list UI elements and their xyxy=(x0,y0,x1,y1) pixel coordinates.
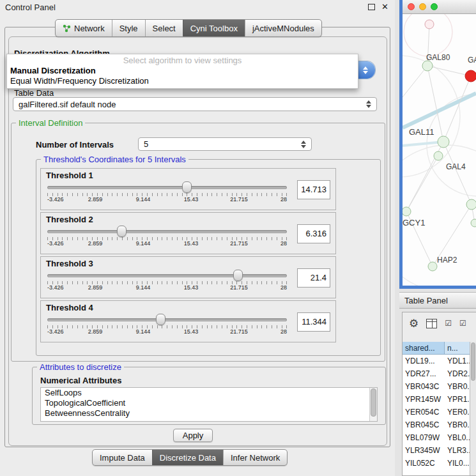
table-row[interactable]: YER054C YER0... xyxy=(403,406,471,418)
table-row[interactable]: YPR145W YPR1... xyxy=(403,393,471,406)
slider-track[interactable] xyxy=(47,230,287,233)
table-row[interactable]: YBR045C YBR0... xyxy=(403,418,471,431)
table-cell[interactable]: YDR2... xyxy=(445,367,471,380)
tab-select[interactable]: Select xyxy=(145,20,183,36)
table-row[interactable]: YIL052C YIL0... xyxy=(403,457,471,470)
table-cell[interactable]: YLR3... xyxy=(445,444,471,457)
threshold-3-slider[interactable] xyxy=(46,269,288,280)
network-edge[interactable] xyxy=(443,142,472,204)
table-cell[interactable]: YER054C xyxy=(403,406,445,418)
scrollbar-thumb[interactable] xyxy=(371,388,376,417)
network-node[interactable] xyxy=(434,151,443,160)
number-of-intervals-value: 5 xyxy=(144,139,148,149)
table-cell[interactable]: YPR145W xyxy=(403,393,445,406)
popup-option-manual-discretization[interactable]: Manual Discretization xyxy=(7,66,358,76)
network-node[interactable] xyxy=(471,219,476,227)
table-cell[interactable]: YBR0... xyxy=(445,418,471,431)
scrollbar-thumb[interactable] xyxy=(471,342,475,381)
network-edge[interactable] xyxy=(427,66,471,76)
mac-zoom-button[interactable] xyxy=(431,3,438,10)
table-cell[interactable]: YDL1... xyxy=(445,355,471,367)
list-scrollbar[interactable] xyxy=(369,388,377,421)
combobox-arrows-button[interactable] xyxy=(356,61,375,79)
threshold-2-value-field[interactable]: 6.316 xyxy=(297,224,330,243)
select-none-checkbox-icon[interactable]: ☑ xyxy=(459,319,466,327)
table-cell[interactable]: YIL052C xyxy=(403,457,445,470)
column-header-shared-name[interactable]: shared... xyxy=(403,342,445,355)
table-scrollbar[interactable] xyxy=(470,342,476,475)
threshold-3-label: Threshold 3 xyxy=(46,259,288,269)
list-item[interactable]: SelfLoops xyxy=(41,388,377,398)
combobox-arrows-icon xyxy=(301,141,306,148)
tab-style[interactable]: Style xyxy=(112,20,145,36)
tab-infer-network[interactable]: Infer Network xyxy=(223,450,287,465)
show-columns-icon[interactable] xyxy=(426,319,437,328)
threshold-4-value-field[interactable]: 11.344 xyxy=(297,312,330,332)
threshold-1-value-field[interactable]: 14.713 xyxy=(297,180,330,199)
list-item[interactable]: TopologicalCoefficient xyxy=(41,398,377,408)
tick-label: 28 xyxy=(280,240,287,247)
network-edge[interactable] xyxy=(403,66,427,97)
table-row[interactable]: YBL079W YBL0... xyxy=(403,431,471,444)
popup-option-equal-width[interactable]: Equal Width/Frequency Discretization xyxy=(7,76,358,86)
column-header-name[interactable]: n... xyxy=(445,342,471,355)
popup-placeholder-item: Select algorithm to view settings xyxy=(7,55,358,66)
network-node-selected[interactable] xyxy=(465,70,476,82)
table-row[interactable]: YBR043C YBR0... xyxy=(403,380,471,393)
table-cell[interactable]: YBR043C xyxy=(403,380,445,393)
number-of-intervals-combobox[interactable]: 5 xyxy=(138,137,312,151)
close-icon[interactable]: ✕ xyxy=(381,0,388,14)
slider-thumb[interactable] xyxy=(117,226,127,237)
table-cell[interactable]: YER0... xyxy=(445,406,471,418)
tick-label: 21.715 xyxy=(230,196,248,203)
node-label-gal4: GAL4 xyxy=(446,162,466,171)
threshold-1-slider[interactable] xyxy=(46,181,288,192)
tab-cyni-toolbox[interactable]: Cyni Toolbox xyxy=(183,20,245,36)
tab-discretize-data[interactable]: Discretize Data xyxy=(152,450,223,465)
table-cell[interactable]: YIL0... xyxy=(445,457,471,470)
table-cell[interactable]: YBL079W xyxy=(403,431,445,444)
table-cell[interactable]: YBR0... xyxy=(445,380,471,393)
table-cell[interactable]: YPR1... xyxy=(445,393,471,406)
network-node[interactable] xyxy=(422,61,433,71)
table-cell[interactable]: YBL0... xyxy=(445,431,471,444)
table-data-combobox[interactable]: galFiltered.sif default node xyxy=(13,97,377,111)
threshold-2-slider[interactable] xyxy=(46,225,288,236)
tab-impute-data[interactable]: Impute Data xyxy=(93,450,152,465)
table-cell[interactable]: YDL19... xyxy=(403,355,445,367)
slider-track[interactable] xyxy=(47,186,287,189)
table-cell[interactable]: YDR27... xyxy=(403,367,445,380)
mac-minimize-button[interactable] xyxy=(419,3,426,10)
network-edge[interactable] xyxy=(443,76,471,142)
mac-close-button[interactable] xyxy=(408,3,415,10)
network-node[interactable] xyxy=(466,199,476,210)
tab-network[interactable]: Network xyxy=(56,20,112,36)
slider-thumb[interactable] xyxy=(156,314,165,325)
slider-thumb[interactable] xyxy=(182,181,192,193)
tick-label: 2.859 xyxy=(88,328,103,335)
threshold-4-slider[interactable] xyxy=(46,313,288,325)
table-cell[interactable]: YLR345W xyxy=(403,444,445,457)
select-all-checkbox-icon[interactable]: ☑ xyxy=(445,319,452,327)
table-cell[interactable]: YBR045C xyxy=(403,418,445,431)
table-row[interactable]: YDR27... YDR2... xyxy=(403,367,471,380)
slider-track[interactable] xyxy=(47,318,287,321)
tab-jactivemnodules-label: jActiveMNodules xyxy=(252,24,314,33)
slider-thumb[interactable] xyxy=(233,270,243,281)
network-edge[interactable] xyxy=(406,156,438,211)
tab-jactivemnodules[interactable]: jActiveMNodules xyxy=(245,20,321,36)
list-item[interactable]: BetweennessCentrality xyxy=(41,408,377,418)
table-row[interactable]: YLR345W YLR3... xyxy=(403,444,471,457)
network-node[interactable] xyxy=(428,262,437,271)
slider-track[interactable] xyxy=(47,274,287,277)
table-settings-gear-icon[interactable]: ⚙ xyxy=(409,318,418,329)
float-window-icon[interactable] xyxy=(368,4,375,10)
network-canvas[interactable]: GAL80 GA GAL11 GAL4 GCY1 HAP2 xyxy=(403,14,476,286)
network-node[interactable] xyxy=(403,207,411,216)
apply-button[interactable]: Apply xyxy=(173,429,213,442)
network-node[interactable] xyxy=(438,136,449,148)
threshold-3-value-field[interactable]: 21.4 xyxy=(297,268,330,288)
network-edge-thick[interactable] xyxy=(403,142,443,146)
network-node[interactable] xyxy=(425,20,434,29)
table-row[interactable]: YDL19... YDL1... xyxy=(403,355,471,367)
